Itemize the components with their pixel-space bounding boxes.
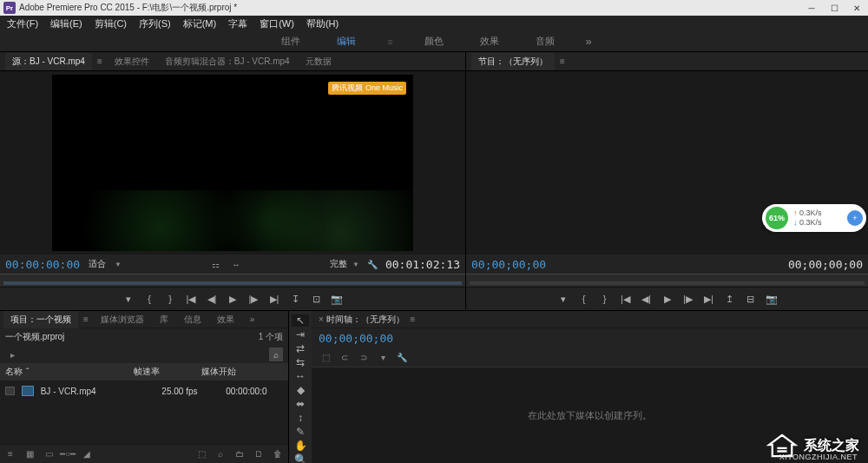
tab-audio-mixer[interactable]: 音频剪辑混合器：BJ - VCR.mp4 [158, 53, 297, 70]
network-indicator[interactable]: 61% ↑ 0.3K/s ↓ 0.3K/s + [762, 204, 866, 232]
timeline-menu-icon[interactable]: ≡ [404, 314, 419, 324]
ws-editing[interactable]: 编辑 [332, 33, 361, 50]
close-button[interactable]: ✕ [849, 2, 865, 14]
go-in-btn[interactable]: |◀ [182, 290, 200, 308]
tab-library[interactable]: 库 [153, 311, 175, 328]
prog-go-out-btn[interactable]: ▶| [700, 290, 718, 308]
tl-marker-btn[interactable]: ▾ [376, 350, 390, 364]
proj-tab-menu-icon[interactable]: ≡ [80, 314, 92, 324]
quality-select[interactable]: 完整 [330, 258, 347, 270]
source-video[interactable]: 腾讯视频 One Music [52, 75, 413, 251]
sort-btn[interactable]: ◢ [80, 447, 94, 461]
slip-tool[interactable]: ⬌ [292, 398, 309, 410]
net-expand-icon[interactable]: + [847, 210, 863, 226]
tab-media-browser[interactable]: 媒体浏览器 [94, 311, 151, 328]
source-out-timecode[interactable]: 00:01:02:13 [385, 258, 460, 271]
prog-export-frame-btn[interactable]: 📷 [763, 290, 780, 308]
tab-menu-icon[interactable]: ≡ [94, 56, 106, 66]
play-btn[interactable]: ▶ [224, 290, 241, 308]
col-media-start[interactable]: 媒体开始 [201, 366, 262, 378]
ws-color[interactable]: 颜色 [419, 33, 449, 50]
program-out-timecode[interactable]: 00;00;00;00 [788, 258, 863, 271]
rolling-edit-tool[interactable]: ⇆ [292, 356, 309, 368]
mark-out-btn[interactable]: } [161, 290, 179, 308]
maximize-button[interactable]: ☐ [826, 2, 842, 14]
tab-metadata[interactable]: 元数据 [299, 53, 339, 70]
go-out-btn[interactable]: ▶| [266, 290, 283, 308]
delete-btn[interactable]: 🗑 [271, 447, 285, 461]
add-marker-btn[interactable]: ▾ [120, 290, 137, 308]
ws-overflow-icon[interactable]: » [586, 35, 592, 48]
menu-marker[interactable]: 标记(M) [183, 17, 217, 30]
zoom-tool[interactable]: 🔍 [292, 453, 309, 463]
ws-audio[interactable]: 音频 [530, 33, 560, 50]
fit-select[interactable]: 适合 [85, 258, 109, 270]
prog-lift-btn[interactable]: ↥ [721, 290, 739, 308]
prog-step-back-btn[interactable]: ◀| [638, 290, 655, 308]
program-ruler[interactable] [466, 274, 868, 288]
zoom-slider[interactable]: ━○━ [61, 447, 75, 461]
settings-icon[interactable]: ⚏ [207, 256, 223, 272]
hand-tool[interactable]: ✋ [292, 440, 309, 452]
col-name[interactable]: 名称 ˆ [5, 366, 127, 378]
tab-source[interactable]: 源：BJ - VCR.mp4 [5, 53, 92, 70]
tl-nest-btn[interactable]: ⬚ [319, 350, 332, 364]
menu-window[interactable]: 窗口(W) [260, 17, 294, 30]
menu-edit[interactable]: 编辑(E) [50, 17, 82, 30]
minimize-button[interactable]: ─ [804, 2, 819, 14]
new-item-btn[interactable]: 🗋 [252, 447, 266, 461]
ripple-edit-tool[interactable]: ⇄ [292, 342, 309, 354]
prog-marker-btn[interactable]: ▾ [555, 290, 572, 308]
prog-out-btn[interactable]: } [596, 290, 614, 308]
mark-in-btn[interactable]: { [141, 290, 158, 308]
tl-settings-btn[interactable]: 🔧 [395, 350, 409, 364]
ws-assembly[interactable]: 组件 [276, 33, 306, 50]
razor-tool[interactable]: ◆ [292, 384, 309, 396]
overwrite-btn[interactable]: ⊡ [307, 290, 325, 308]
tab-effect-controls[interactable]: 效果控件 [108, 53, 156, 70]
list-view-btn[interactable]: ≡ [3, 447, 17, 461]
source-in-timecode[interactable]: 00:00:00:00 [5, 258, 80, 271]
tl-snap-btn[interactable]: ⊂ [338, 350, 352, 364]
search-icon[interactable]: ⌕ [269, 347, 283, 361]
prog-extract-btn[interactable]: ⊟ [742, 290, 760, 308]
icon-view-btn[interactable]: ▦ [23, 447, 36, 461]
menu-file[interactable]: 文件(F) [7, 17, 38, 30]
col-fps[interactable]: 帧速率 [134, 366, 194, 378]
tab-overflow-icon[interactable]: » [243, 312, 262, 327]
pen-tool[interactable]: ✎ [292, 426, 309, 438]
step-back-btn[interactable]: ◀| [203, 290, 220, 308]
automate-btn[interactable]: ⬚ [194, 447, 208, 461]
tab-effects[interactable]: 效果 [210, 311, 241, 328]
insert-btn[interactable]: ↧ [286, 290, 304, 308]
clip-checkbox[interactable] [5, 387, 15, 395]
slide-tool[interactable]: ↕ [292, 412, 309, 424]
prog-play-btn[interactable]: ▶ [659, 290, 676, 308]
tab-info[interactable]: 信息 [177, 311, 208, 328]
prog-in-btn[interactable]: { [575, 290, 593, 308]
source-ruler[interactable] [0, 274, 465, 288]
safe-margins-icon[interactable]: ↔ [228, 256, 244, 272]
tab-project[interactable]: 项目：一个视频 [3, 311, 78, 328]
freeform-view-btn[interactable]: ▭ [42, 447, 56, 461]
program-tab-menu-icon[interactable]: ≡ [556, 56, 569, 66]
timeline-timecode[interactable]: 00;00;00;00 [319, 332, 393, 345]
list-item[interactable]: BJ - VCR.mp4 25.00 fps 00:00:00:0 [5, 382, 283, 400]
menu-title[interactable]: 字幕 [228, 17, 247, 30]
program-in-timecode[interactable]: 00;00;00;00 [471, 258, 546, 271]
new-bin-btn[interactable]: 🗀 [233, 447, 247, 461]
wrench-icon[interactable]: 🔧 [365, 256, 380, 272]
menu-clip[interactable]: 剪辑(C) [95, 17, 127, 30]
prog-step-fwd-btn[interactable]: |▶ [680, 290, 697, 308]
selection-tool[interactable]: ↖ [292, 314, 309, 327]
find-btn[interactable]: ⌕ [214, 447, 227, 461]
step-fwd-btn[interactable]: |▶ [245, 290, 262, 308]
tab-program[interactable]: 节目：（无序列） [471, 53, 555, 70]
prog-go-in-btn[interactable]: |◀ [617, 290, 635, 308]
tl-link-btn[interactable]: ⊃ [357, 350, 371, 364]
menu-sequence[interactable]: 序列(S) [139, 17, 171, 30]
filter-bin-icon[interactable]: ▸ [5, 347, 19, 361]
track-select-tool[interactable]: ⇥ [292, 328, 309, 341]
rate-stretch-tool[interactable]: ↔ [292, 370, 309, 382]
menu-help[interactable]: 帮助(H) [306, 17, 339, 30]
